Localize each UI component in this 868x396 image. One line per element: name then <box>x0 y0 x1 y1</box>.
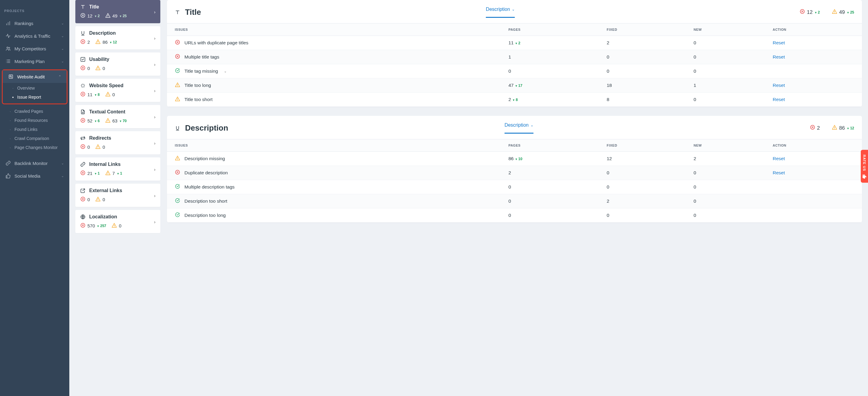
table-row[interactable]: Title too short2 880Reset <box>167 92 862 107</box>
cell-new: 0 <box>686 194 765 208</box>
chevron-right-icon: › <box>154 88 156 93</box>
nav-label: Backlink Monitor <box>14 161 48 166</box>
category-card-elinks[interactable]: External Links00› <box>75 184 160 207</box>
reset-link[interactable]: Reset <box>773 54 785 59</box>
warning-count: 0 <box>102 197 105 202</box>
table-row[interactable]: URLs with duplicate page titles11 220Res… <box>167 36 862 50</box>
error-icon <box>80 13 86 19</box>
subnav-label: Overview <box>17 86 35 90</box>
reset-link[interactable]: Reset <box>773 40 785 45</box>
category-card-description[interactable]: Description286 12› <box>75 26 160 50</box>
subnav-label: Found Resources <box>14 118 48 123</box>
reset-link[interactable]: Reset <box>773 83 785 88</box>
issue-name: Title too short <box>184 97 213 102</box>
nav-social-media[interactable]: Social Media ⌄ <box>0 170 69 182</box>
U-icon <box>80 30 86 36</box>
cell-fixed: 18 <box>599 78 686 92</box>
nav-marketing-plan[interactable]: Marketing Plan ⌄ <box>0 55 69 67</box>
cell-new: 0 <box>686 92 765 107</box>
warning-count: 63 <box>113 118 118 123</box>
nav-backlink-monitor[interactable]: Backlink Monitor ⌄ <box>0 157 69 170</box>
table-row[interactable]: Title too long47 17181Reset <box>167 78 862 92</box>
chevron-down-icon[interactable]: ⌄ <box>224 69 227 73</box>
subnav-page-changes-monitor[interactable]: ·Page Changes Monitor <box>0 143 69 152</box>
category-card-local[interactable]: Localization570 2570› <box>75 210 160 233</box>
chevron-down-icon: ⌄ <box>61 174 64 178</box>
stat-warning: 86 <box>839 125 845 131</box>
nav-rankings[interactable]: Rankings ⌄ <box>0 17 69 30</box>
nav-label: Analytics & Traffic <box>14 33 50 38</box>
category-card-text[interactable]: Textual Content52 663 70› <box>75 105 160 128</box>
warning-icon <box>832 124 837 132</box>
warning-icon <box>175 82 180 89</box>
category-title: Title <box>89 4 99 10</box>
warning-icon <box>175 96 180 103</box>
subnav-found-links[interactable]: ·Found Links <box>0 125 69 134</box>
warning-icon <box>95 65 101 72</box>
category-card-usability[interactable]: Usability00› <box>75 53 160 76</box>
error-delta: 2 <box>94 14 100 18</box>
tab-description[interactable]: Description ⌄ <box>504 122 533 134</box>
error-icon <box>80 118 86 124</box>
category-card-ilinks[interactable]: Internal Links21 17 1› <box>75 158 160 181</box>
subnav-crawled-pages[interactable]: ·Crawled Pages <box>0 107 69 116</box>
error-count: 0 <box>87 197 90 202</box>
table-row[interactable]: Multiple title tags100Reset <box>167 50 862 64</box>
subnav-crawl-comparison[interactable]: ·Crawl Comparison <box>0 134 69 143</box>
reset-link[interactable]: Reset <box>773 97 785 102</box>
warning-icon <box>95 144 101 150</box>
nav-label: Website Audit <box>17 74 44 79</box>
pages-delta: 17 <box>515 84 522 88</box>
annotation-box: Website Audit ⌃ ·Overview ▪Issue Report <box>2 69 67 104</box>
warning-icon <box>105 13 111 19</box>
category-card-title[interactable]: Title12 249 25› <box>75 0 160 23</box>
redir-icon <box>80 135 86 141</box>
stat-warning: 49 <box>839 9 845 16</box>
nav-competitors[interactable]: My Competitors ⌄ <box>0 42 69 55</box>
nav-analytics[interactable]: Analytics & Traffic ⌄ <box>0 30 69 42</box>
table-row[interactable]: Description missing86 10122Reset <box>167 152 862 166</box>
cell-pages: 11 2 <box>501 36 599 50</box>
subnav-issue-report[interactable]: ▪Issue Report <box>3 92 67 102</box>
error-icon <box>175 54 180 60</box>
error-delta: 8 <box>94 92 100 97</box>
ok-icon <box>175 184 180 190</box>
warning-count: 0 <box>113 92 115 97</box>
warning-delta: 25 <box>119 14 127 18</box>
pulse-icon <box>5 33 11 38</box>
nav-website-audit[interactable]: Website Audit ⌃ <box>3 70 67 83</box>
warning-icon <box>105 118 111 124</box>
cell-fixed: 12 <box>599 152 686 166</box>
svg-point-1 <box>9 47 10 48</box>
cell-pages: 2 <box>501 166 599 180</box>
reset-link[interactable]: Reset <box>773 156 785 161</box>
table-row[interactable]: Description too short020 <box>167 194 862 208</box>
category-card-speed[interactable]: Website Speed11 80› <box>75 79 160 102</box>
subnav-label: Crawled Pages <box>14 109 43 114</box>
table-row[interactable]: Duplicate description200Reset <box>167 166 862 180</box>
category-card-redirects[interactable]: Redirects00› <box>75 131 160 154</box>
svg-rect-2 <box>9 75 13 78</box>
cell-pages: 0 <box>501 194 599 208</box>
error-icon <box>175 170 180 176</box>
tab-description[interactable]: Description ⌄ <box>486 7 515 18</box>
cell-pages: 0 <box>501 64 599 78</box>
subnav-found-resources[interactable]: ·Found Resources <box>0 116 69 125</box>
warning-count: 0 <box>102 66 105 71</box>
speed-icon <box>80 83 86 88</box>
table-row[interactable]: Multiple description tags000 <box>167 180 862 194</box>
subnav-overview[interactable]: ·Overview <box>3 84 67 92</box>
reset-link[interactable]: Reset <box>773 170 785 175</box>
cell-new: 0 <box>686 180 765 194</box>
audit-subnav-rest: ·Crawled Pages ·Found Resources ·Found L… <box>0 106 69 152</box>
col-issues: ISSUES <box>167 24 501 36</box>
warning-count: 7 <box>113 171 115 176</box>
table-row[interactable]: Description too long000 <box>167 208 862 223</box>
col-pages: PAGES <box>501 139 599 152</box>
thumb-icon <box>5 173 11 178</box>
rate-us-tab[interactable]: RATE US <box>861 150 868 182</box>
table-row[interactable]: Title tag missing⌄000 <box>167 64 862 78</box>
chevron-right-icon: › <box>154 61 156 67</box>
section-title-text: Title <box>185 7 201 17</box>
sidebar-heading: PROJECTS <box>0 5 69 17</box>
